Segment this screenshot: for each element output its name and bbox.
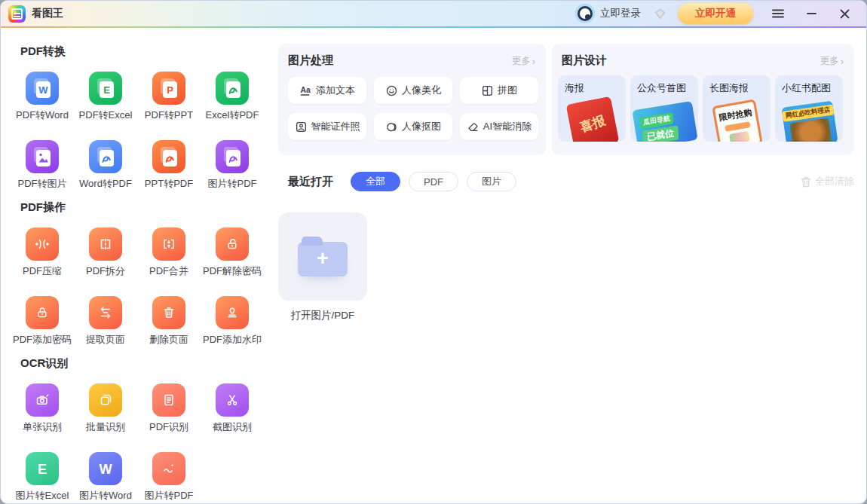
- sidebar-item-label: PDF转Word: [16, 108, 69, 122]
- sidebar-item-label: 图片转Word: [79, 489, 132, 502]
- sidebar-item-image-to-pdf[interactable]: 图片转PDF: [201, 140, 264, 191]
- sidebar-item-label: PDF转PPT: [145, 108, 193, 122]
- sidebar-item-pdf-to-word[interactable]: WPDF转Word: [11, 72, 74, 122]
- sidebar-item-image-to-word[interactable]: W图片转Word: [74, 452, 137, 502]
- scissors-icon: [216, 383, 249, 417]
- trash-icon: [152, 296, 185, 329]
- sidebar-item-label: PDF添加水印: [203, 333, 262, 347]
- sidebar-item-pdf-to-ppt[interactable]: PPDF转PPT: [137, 72, 201, 122]
- collage-button[interactable]: 拼图: [460, 77, 538, 104]
- sidebar-item-label: 图片转PDF: [145, 489, 194, 502]
- sidebar-item-label: 图片转Excel: [16, 489, 69, 502]
- menu-icon[interactable]: [767, 4, 789, 23]
- svg-text:P: P: [167, 84, 173, 96]
- recent-tab-all[interactable]: 全部: [351, 172, 400, 191]
- sidebar-item-label: 截图识别: [213, 420, 252, 434]
- cutout-icon: [385, 121, 398, 133]
- image-doc-icon: [26, 140, 59, 173]
- chevron-right-icon: ›: [532, 57, 535, 66]
- close-button[interactable]: [833, 4, 856, 23]
- sidebar-item-pdf-to-excel[interactable]: EPDF转Excel: [74, 72, 137, 122]
- sidebar-item-pdf-add-password[interactable]: PDF添加密码: [11, 296, 74, 347]
- sidebar-item-screenshot-ocr[interactable]: 截图识别: [201, 383, 264, 434]
- sidebar-item-image-to-excel[interactable]: E图片转Excel: [11, 452, 74, 502]
- sidebar-item-extract-pages[interactable]: 提取页面: [74, 296, 137, 347]
- recent-tab-pdf[interactable]: PDF: [409, 172, 458, 191]
- image-design-more-link[interactable]: 更多›: [820, 55, 844, 68]
- split-icon: [89, 228, 122, 261]
- collage-grid-icon: [481, 84, 494, 97]
- sidebar-item-single-ocr[interactable]: 单张识别: [11, 383, 74, 434]
- recent-tab-image[interactable]: 图片: [467, 172, 516, 191]
- sidebar-item-batch-ocr[interactable]: 批量识别: [74, 383, 137, 434]
- tool-label: 人像美化: [402, 84, 441, 97]
- upgrade-button[interactable]: 立即开通: [678, 3, 753, 24]
- svg-text:W: W: [99, 462, 112, 477]
- ai-erase-button[interactable]: AI智能消除: [460, 113, 538, 140]
- sidebar-item-pdf-to-image[interactable]: PDF转图片: [11, 140, 74, 191]
- sidebar-item-label: PDF解除密码: [203, 264, 262, 278]
- long-poster-thumbnail: 限时抢购: [712, 99, 763, 142]
- sidebar-item-pdf-merge[interactable]: PDF合并: [137, 228, 201, 278]
- design-card-long-poster[interactable]: 长图海报限时抢购: [703, 75, 770, 142]
- app-window: 看图王 立即登录 立即开通 PDF转换: [0, 0, 867, 504]
- unlock-icon: [216, 228, 249, 261]
- sidebar-item-pdf-watermark[interactable]: PDF添加水印: [201, 296, 264, 347]
- add-text-button[interactable]: Aa添加文本: [288, 77, 366, 104]
- sidebar-item-label: 删除页面: [149, 333, 188, 347]
- tool-label: 添加文本: [316, 84, 355, 97]
- image-processing-title: 图片处理: [288, 53, 333, 68]
- design-card-title: 长图海报: [703, 75, 770, 95]
- sidebar-item-image-to-pdf-ocr[interactable]: 图片转PDF: [137, 452, 201, 502]
- sidebar-item-pdf-remove-password[interactable]: PDF解除密码: [201, 228, 264, 278]
- sidebar-section-title: PDF转换: [20, 44, 278, 59]
- sidebar-item-excel-to-pdf[interactable]: Excel转PDF: [201, 72, 264, 122]
- login-button[interactable]: 立即登录: [600, 7, 641, 20]
- trash-icon: [801, 176, 811, 188]
- design-card-title: 海报: [558, 75, 626, 95]
- sidebar-item-label: PDF识别: [149, 420, 188, 434]
- watermark-stamp-icon: [216, 296, 249, 329]
- sidebar-item-label: PDF添加密码: [13, 333, 72, 347]
- letter-e-icon: E: [26, 452, 59, 485]
- camera-scan-icon: [26, 383, 59, 417]
- app-title: 看图王: [32, 7, 63, 20]
- sidebar-item-label: Word转PDF: [79, 177, 132, 191]
- sidebar-item-label: PPT转PDF: [145, 177, 193, 191]
- minimize-button[interactable]: [800, 4, 823, 23]
- vip-diamond-icon[interactable]: [653, 8, 667, 20]
- tool-label: 拼图: [498, 84, 517, 97]
- sidebar-item-pdf-split[interactable]: PDF拆分: [74, 228, 137, 278]
- sidebar-item-label: PDF转图片: [18, 177, 67, 191]
- chevron-right-icon: ›: [841, 57, 844, 66]
- image-processing-more-link[interactable]: 更多›: [512, 55, 535, 68]
- pdf-doc-icon: [216, 140, 249, 173]
- sidebar-section-title: OCR识别: [20, 356, 278, 371]
- portrait-cutout-button[interactable]: 人像抠图: [374, 113, 452, 140]
- clear-all-button[interactable]: 全部清除: [801, 175, 854, 188]
- sidebar-item-pdf-compress[interactable]: PDF压缩: [11, 228, 74, 278]
- design-card-title: 公众号首图: [630, 75, 698, 95]
- sidebar-item-label: 单张识别: [23, 420, 62, 434]
- open-file-label: 打开图片/PDF: [278, 309, 367, 322]
- design-card-wechat-cover[interactable]: 公众号首图瓜田导航已就位: [630, 75, 698, 142]
- svg-text:E: E: [38, 462, 47, 477]
- design-card-xhs-image[interactable]: 小红书配图网红必吃料理店: [775, 75, 843, 142]
- pdf-doc-icon: [216, 72, 249, 105]
- merge-icon: [152, 228, 185, 261]
- design-card-poster[interactable]: 海报喜报: [558, 75, 626, 142]
- id-photo-button[interactable]: 智能证件照: [288, 113, 366, 140]
- portrait-beautify-button[interactable]: 人像美化: [374, 77, 452, 104]
- sidebar-item-ppt-to-pdf[interactable]: PPT转PDF: [137, 140, 201, 191]
- svg-text:E: E: [103, 84, 110, 96]
- tool-label: AI智能消除: [483, 120, 532, 133]
- open-file-card[interactable]: +: [278, 212, 367, 301]
- sidebar-item-pdf-ocr[interactable]: PDF识别: [137, 383, 201, 434]
- tool-label: 智能证件照: [311, 120, 360, 133]
- title-bar: 看图王 立即登录 立即开通: [1, 1, 866, 26]
- pdf-doc-icon: [89, 140, 122, 173]
- sidebar-item-label: PDF拆分: [86, 264, 125, 278]
- user-avatar[interactable]: [577, 6, 593, 21]
- sidebar-item-delete-pages[interactable]: 删除页面: [137, 296, 201, 347]
- sidebar-item-word-to-pdf[interactable]: Word转PDF: [74, 140, 137, 191]
